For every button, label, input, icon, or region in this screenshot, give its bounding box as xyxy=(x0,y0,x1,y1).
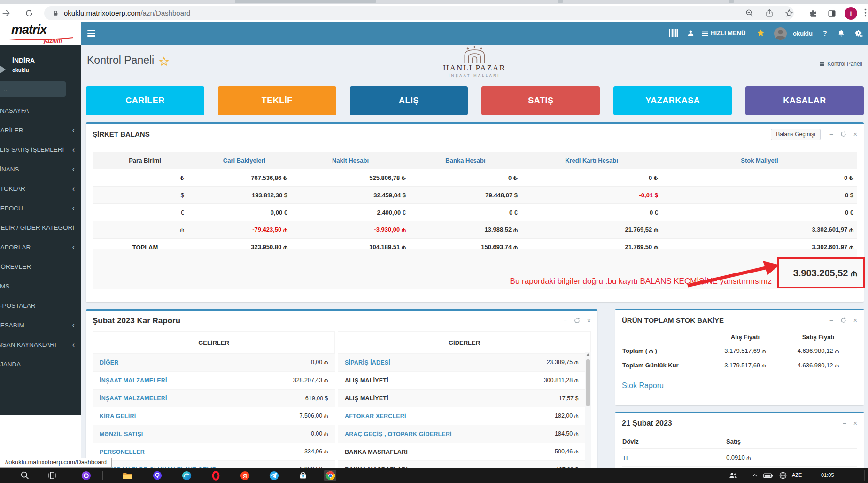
quick-button-tekli̇f[interactable]: TEKLİF xyxy=(218,86,336,115)
income-category-link[interactable]: PERSONELLER xyxy=(93,443,243,461)
search-input[interactable] xyxy=(0,85,81,93)
panel-title: ŞİRKET BALANS xyxy=(93,130,150,138)
sidebar-item[interactable]: ALIŞ SATIŞ İŞLEMLERİ‹ xyxy=(0,140,81,160)
collapse-icon[interactable]: − xyxy=(829,131,833,138)
close-icon[interactable]: × xyxy=(853,131,857,138)
collapse-icon[interactable]: − xyxy=(843,420,846,427)
sidebar-item-label: E-POSTALAR xyxy=(0,302,36,309)
clock[interactable]: 01:05 xyxy=(821,472,834,478)
zoom-out-icon[interactable] xyxy=(745,8,754,18)
quick-menu-button[interactable]: HIZLI MENÜ xyxy=(702,30,745,37)
sell-price-value: 4.636.980,12 ₼ xyxy=(779,358,857,373)
browser-profile-avatar[interactable]: i xyxy=(845,7,857,20)
username-label[interactable]: okuklu xyxy=(793,30,813,37)
language-indicator[interactable]: AZE xyxy=(792,472,802,478)
telegram-icon[interactable] xyxy=(268,470,280,481)
bookmark-star-icon[interactable] xyxy=(784,8,794,18)
scroll-up-icon[interactable] xyxy=(586,353,590,356)
extensions-icon[interactable] xyxy=(809,9,817,18)
browser-menu-icon[interactable] xyxy=(864,8,867,17)
close-icon[interactable]: × xyxy=(853,420,857,427)
app-logo[interactable]: matrix yazılım xyxy=(0,22,81,45)
forward-icon[interactable] xyxy=(1,8,11,18)
favorites-star-icon[interactable] xyxy=(756,29,765,38)
avatar[interactable] xyxy=(774,27,787,40)
sidebar-item[interactable]: DEPOCU‹ xyxy=(0,199,81,218)
divider xyxy=(615,376,864,376)
breadcrumb[interactable]: Kontrol Paneli xyxy=(819,61,862,67)
share-icon[interactable] xyxy=(765,8,774,18)
notifications-bell-icon[interactable] xyxy=(837,29,845,37)
barcode-icon[interactable] xyxy=(669,29,678,37)
income-category-link[interactable]: İNŞAAT MALZAMELERİ xyxy=(93,390,243,407)
income-category-link[interactable]: KİRA GELİRİ xyxy=(93,407,243,425)
rate-table: DövizSatış TL0,0910 ₼ xyxy=(622,434,857,467)
quick-button-cari̇ler[interactable]: CARİLER xyxy=(86,86,204,115)
chrome-icon[interactable] xyxy=(324,470,336,481)
search-icon[interactable] xyxy=(19,470,31,481)
sidebar-item[interactable]: HESABIM‹ xyxy=(0,316,81,335)
stock-report-link[interactable]: Stok Raporu xyxy=(622,382,664,390)
refresh-icon[interactable] xyxy=(574,318,580,324)
show-desktop-divider[interactable] xyxy=(864,470,865,481)
folder-icon[interactable] xyxy=(121,470,133,481)
quick-button-satiş[interactable]: SATIŞ xyxy=(481,86,600,115)
sidebar-item[interactable]: GELİR / GİDER KATEGORİ xyxy=(0,218,81,238)
sidebar-item[interactable]: SMS xyxy=(0,277,81,296)
balance-value: -79.423,50 ₼ xyxy=(197,221,291,239)
edge-icon[interactable] xyxy=(180,470,193,481)
network-globe-icon[interactable] xyxy=(777,470,789,481)
quick-button-aliş[interactable]: ALIŞ xyxy=(350,86,468,115)
side-panel-icon[interactable] xyxy=(828,9,836,18)
people-icon[interactable] xyxy=(727,470,739,481)
sidebar-item[interactable]: CARİLER‹ xyxy=(0,121,81,140)
close-icon[interactable]: × xyxy=(853,317,857,324)
password-app-icon[interactable] xyxy=(151,470,163,481)
reload-icon[interactable] xyxy=(24,8,34,18)
quick-button-kasalar[interactable]: KASALAR xyxy=(745,86,864,115)
sidebar-item[interactable]: AJANDA xyxy=(0,355,81,374)
task-view-icon[interactable] xyxy=(46,470,58,481)
settings-gears-icon[interactable] xyxy=(854,29,863,38)
expense-category-link[interactable]: AFTOKAR XERCLERİ xyxy=(338,407,495,425)
sidebar-toggle-icon[interactable] xyxy=(87,30,95,38)
sidebar-item[interactable]: STOKLAR‹ xyxy=(0,179,81,199)
sidebar-item[interactable]: FİNANS‹ xyxy=(0,160,81,179)
stock-row-label: Toplam ( ₼ ) xyxy=(622,343,711,358)
sidebar-item[interactable]: GÖREVLER xyxy=(0,257,81,277)
help-button[interactable]: ? xyxy=(823,30,827,37)
collapse-icon[interactable]: − xyxy=(829,317,833,324)
collapse-icon[interactable]: − xyxy=(563,318,567,324)
close-icon[interactable]: × xyxy=(587,318,591,324)
company-logo: HANLI PAZAR İNŞAAT MALLARI xyxy=(443,46,505,78)
income-category-link[interactable]: DİĞER xyxy=(93,354,243,372)
app-purple-icon[interactable] xyxy=(80,470,92,481)
sidebar-item[interactable]: E-POSTALAR xyxy=(0,296,81,316)
yandex-icon[interactable]: Я xyxy=(239,470,251,481)
expense-category-link[interactable]: SİPARİŞ İADESİ xyxy=(338,354,495,372)
tray-chevron-up-icon[interactable] xyxy=(749,470,761,481)
balance-value: 79.448,07 $ xyxy=(410,187,521,204)
refresh-icon[interactable] xyxy=(840,317,846,323)
income-category-link[interactable]: İNŞAAT MALZAMELERİ xyxy=(93,372,243,390)
sidebar-item-label: RAPORLAR xyxy=(0,244,31,251)
balance-history-button[interactable]: Balans Geçmişi xyxy=(771,129,820,140)
expense-category-link[interactable]: ARAÇ GEÇİŞ , OTOPARK GİDERLERİ xyxy=(338,425,495,443)
refresh-icon[interactable] xyxy=(840,131,846,137)
scrollbar[interactable] xyxy=(585,352,591,483)
scrollbar-thumb[interactable] xyxy=(586,359,590,406)
sidebar-item[interactable]: İNSAN KAYNAKLARI‹ xyxy=(0,335,81,355)
battery-icon[interactable] xyxy=(762,470,774,481)
expense-category-label: ALIŞ MALİYETİ xyxy=(338,390,495,407)
income-category-link[interactable]: MƏNZİL SATIŞI xyxy=(93,425,243,443)
sidebar-item[interactable]: RAPORLAR‹ xyxy=(0,238,81,257)
user-icon[interactable] xyxy=(687,29,695,37)
url-bar[interactable]: okuklu.matrixotoerp.com/azn/Dashboard xyxy=(44,6,794,20)
sidebar-item[interactable]: ANASAYFA xyxy=(0,101,81,121)
balance-value: 3.302.601,97 ₼ xyxy=(662,221,857,239)
quick-button-yazarkasa[interactable]: YAZARKASA xyxy=(613,86,732,115)
opera-icon[interactable] xyxy=(209,470,222,481)
user-avatar-arrow xyxy=(0,63,6,76)
favorite-page-star-icon[interactable] xyxy=(159,56,169,67)
store-icon[interactable] xyxy=(297,470,309,481)
